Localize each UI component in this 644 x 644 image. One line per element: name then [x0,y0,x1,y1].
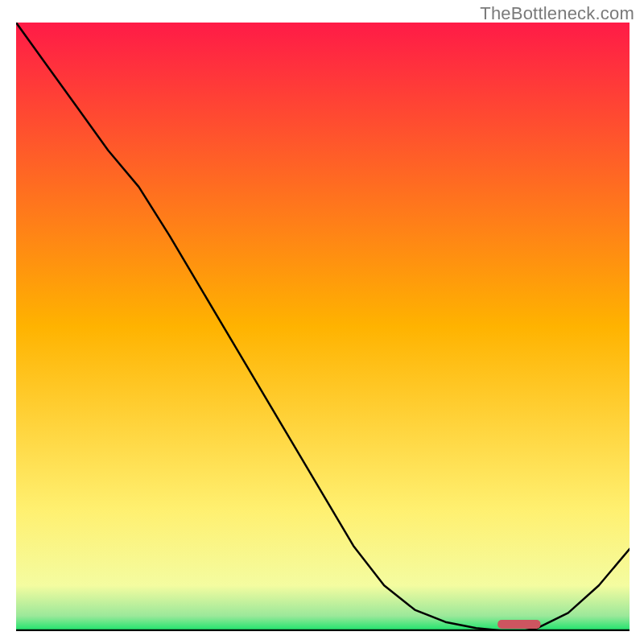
plot-area [16,23,630,631]
watermark-text: TheBottleneck.com [480,3,634,24]
gradient-background [16,23,630,631]
baseline-marker [497,620,540,629]
chart-container: TheBottleneck.com [0,0,644,644]
chart-svg [16,23,630,631]
